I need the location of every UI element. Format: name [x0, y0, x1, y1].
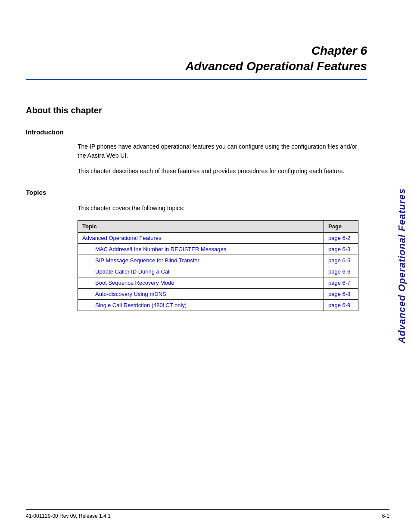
topic-cell: Boot Sequence Recovery Mode — [78, 277, 324, 288]
topics-intro: This chapter covers the following topics… — [78, 205, 358, 212]
intro-para-2: This chapter describes each of these fea… — [78, 167, 358, 176]
intro-heading: Introduction — [26, 128, 367, 136]
topic-cell: Auto-discovery Using mDNS — [78, 288, 324, 299]
page-col-header: Page — [324, 220, 358, 232]
page-link[interactable]: page 6-3 — [328, 246, 350, 252]
chapter-title: Advanced Operational Features — [26, 59, 367, 74]
intro-para-1: The IP phones have advanced operational … — [78, 142, 358, 160]
topic-link[interactable]: MAC Address/Line Number in REGISTER Mess… — [95, 246, 226, 252]
topic-link[interactable]: Auto-discovery Using mDNS — [95, 291, 166, 297]
page-link[interactable]: page 6-9 — [328, 302, 350, 308]
chapter-header: Chapter 6 Advanced Operational Features — [26, 0, 367, 80]
chapter-number: Chapter 6 — [26, 43, 367, 59]
page-link[interactable]: page 6-8 — [328, 291, 350, 297]
topic-link[interactable]: Single Call Restriction (480i CT only) — [95, 302, 187, 308]
topic-link[interactable]: Boot Sequence Recovery Mode — [95, 280, 174, 286]
table-header-row: Topic Page — [78, 220, 358, 232]
main-content: Chapter 6 Advanced Operational Features … — [0, 0, 393, 311]
table-row: Advanced Operational Features page 6-2 — [78, 232, 358, 243]
table-row: Single Call Restriction (480i CT only) p… — [78, 299, 358, 311]
topic-link[interactable]: Update Caller ID During a Call — [95, 268, 171, 275]
topic-link[interactable]: Advanced Operational Features — [82, 235, 162, 241]
page-cell: page 6-5 — [324, 255, 358, 266]
footer-right: 6-1 — [382, 513, 389, 519]
topic-link[interactable]: SIP Message Sequence for Blind Transfer — [95, 257, 199, 264]
page-link[interactable]: page 6-6 — [328, 268, 350, 275]
page-cell: page 6-2 — [324, 232, 358, 243]
page-link[interactable]: page 6-2 — [328, 235, 350, 241]
topics-section: Topics This chapter covers the following… — [26, 189, 367, 311]
page-link[interactable]: page 6-5 — [328, 257, 350, 264]
page-footer: 41-001129-00 Rev 09, Release 1.4.1 6-1 — [26, 509, 389, 519]
page-link[interactable]: page 6-7 — [328, 280, 350, 286]
table-row: Auto-discovery Using mDNS page 6-8 — [78, 288, 358, 299]
topic-col-header: Topic — [78, 220, 324, 232]
topic-cell: MAC Address/Line Number in REGISTER Mess… — [78, 243, 324, 255]
table-row: SIP Message Sequence for Blind Transfer … — [78, 255, 358, 266]
sidebar-text: Advanced Operational Features — [396, 188, 408, 343]
table-row: Boot Sequence Recovery Mode page 6-7 — [78, 277, 358, 288]
table-row: MAC Address/Line Number in REGISTER Mess… — [78, 243, 358, 255]
topics-content: This chapter covers the following topics… — [78, 205, 358, 311]
topic-cell: Advanced Operational Features — [78, 232, 324, 243]
footer-left: 41-001129-00 Rev 09, Release 1.4.1 — [26, 513, 111, 519]
about-title: About this chapter — [26, 106, 367, 115]
topic-cell: SIP Message Sequence for Blind Transfer — [78, 255, 324, 266]
topics-heading: Topics — [26, 189, 367, 196]
topic-cell: Single Call Restriction (480i CT only) — [78, 299, 324, 311]
page-cell: page 6-3 — [324, 243, 358, 255]
sidebar-label: Advanced Operational Features — [393, 0, 411, 532]
page-cell: page 6-9 — [324, 299, 358, 311]
topic-cell: Update Caller ID During a Call — [78, 266, 324, 277]
topics-table: Topic Page Advanced Operational Features — [78, 220, 358, 311]
page-container: Advanced Operational Features Chapter 6 … — [0, 0, 411, 532]
table-row: Update Caller ID During a Call page 6-6 — [78, 266, 358, 277]
page-cell: page 6-6 — [324, 266, 358, 277]
about-section: About this chapter Introduction The IP p… — [26, 106, 367, 311]
page-cell: page 6-7 — [324, 277, 358, 288]
page-cell: page 6-8 — [324, 288, 358, 299]
intro-content: The IP phones have advanced operational … — [78, 142, 358, 176]
